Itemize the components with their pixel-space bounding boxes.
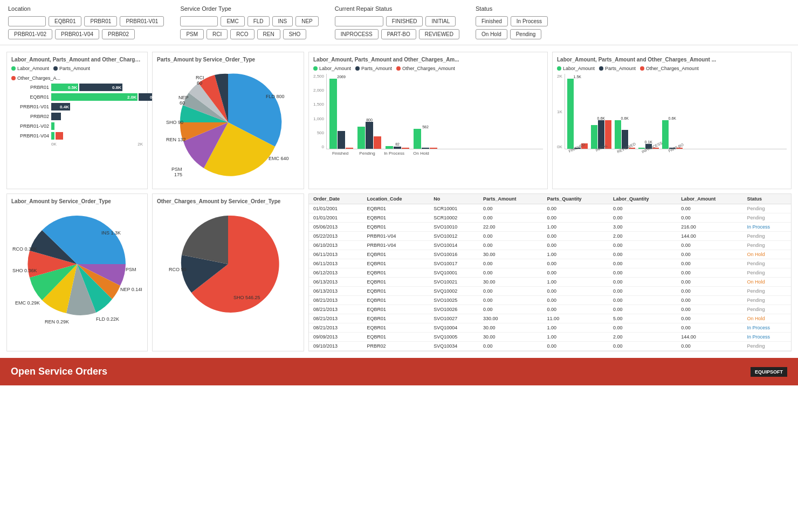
col-order-date: Order_Date xyxy=(309,194,362,204)
col-location-code: Location_Code xyxy=(362,194,429,204)
sot-btn-nep[interactable]: NEP xyxy=(295,16,319,26)
sot-btn-rci[interactable]: RCI xyxy=(207,29,228,39)
sot-row1: EMC FLD INS NEP xyxy=(180,16,318,26)
table-cell-3-6: 144.00 xyxy=(677,232,742,241)
crs-btn-partbo[interactable]: PART-BO xyxy=(381,29,416,39)
hbar-row-prbr01: PRBR01 0.5K 0.8K xyxy=(11,84,143,91)
chart4-val-initial: 0.6K xyxy=(597,116,605,120)
sot-btn-psm[interactable]: PSM xyxy=(180,29,204,39)
table-cell-13-0: 08/21/2013 xyxy=(309,323,362,333)
filter-sections: Location EQBR01 PRBR01 PRBR01-V01 PRBR01… xyxy=(8,5,790,39)
table-cell-12-6: 0.00 xyxy=(677,314,742,323)
hbar-label-prbr01v02: PRBR01-V02 xyxy=(11,123,49,129)
table-row: 06/11/2013EQBR01SVO100170.000.000.000.00… xyxy=(309,259,791,268)
crs-btn-finished[interactable]: FINISHED xyxy=(386,16,423,26)
sot-btn-sho[interactable]: SHO xyxy=(283,29,307,39)
location-input[interactable] xyxy=(8,16,46,26)
table-cell-3-3: 0.00 xyxy=(479,232,543,241)
location-btn-prbr01v04[interactable]: PRBR01-V04 xyxy=(55,29,99,39)
chart3-group-inprocess: 82 xyxy=(386,142,409,149)
current-repair-status-label: Current Repair Status xyxy=(335,5,459,12)
hbar-label-eqbr01: EQBR01 xyxy=(11,94,49,100)
status-btn-finished[interactable]: Finished xyxy=(476,16,508,26)
table-cell-14-4: 1.00 xyxy=(543,333,609,342)
chart-pie-other: Other_Charges_Amount by Service_Order_Ty… xyxy=(152,194,304,351)
hbar-bars-prbr01v01: 0.4K xyxy=(51,103,70,110)
crs-btn-initial[interactable]: INITIAL xyxy=(425,16,456,26)
hbar-label-prbr02: PRBR02 xyxy=(11,114,49,119)
chart4-title: Labor_Amount, Parts_Amount and Other_Cha… xyxy=(557,57,787,63)
location-btn-prbr02[interactable]: PRBR02 xyxy=(102,29,135,39)
sot-btn-rco[interactable]: RCO xyxy=(230,29,254,39)
chart3-y-2500: 2,500 xyxy=(313,74,324,79)
sot-btn-ren[interactable]: REN xyxy=(257,29,280,39)
chart-vbar-repair: Labor_Amount, Parts_Amount and Other_Cha… xyxy=(552,52,792,189)
table-cell-7-0: 06/12/2013 xyxy=(309,268,362,278)
chart6-title: Other_Charges_Amount by Service_Order_Ty… xyxy=(157,198,299,204)
hbar-bars-prbr01v02 xyxy=(51,122,54,130)
service-order-type-input[interactable] xyxy=(180,16,218,26)
crs-btn-inprocess[interactable]: INPROCESS xyxy=(335,29,379,39)
crs-btn-reviewed[interactable]: REVIEWED xyxy=(419,29,459,39)
table-row: 05/22/2013PRBR01-V04SVO100120.000.002.00… xyxy=(309,232,791,241)
table-cell-6-6: 0.00 xyxy=(677,259,742,268)
table-cell-0-0: 01/01/2001 xyxy=(309,204,362,213)
legend-other-dot xyxy=(11,76,16,80)
pie2-label-sho: SHO 90 xyxy=(166,120,183,125)
status-btn-pending[interactable]: Pending xyxy=(510,29,542,39)
chart3-bar-onhold-parts xyxy=(422,148,429,149)
table-cell-5-0: 06/11/2013 xyxy=(309,250,362,259)
location-btn-prbr01[interactable]: PRBR01 xyxy=(84,16,117,26)
chart-hbar-labor: Labor_Amount, Parts_Amount and Other_Cha… xyxy=(6,52,148,189)
hbar-seg-prbr01-parts: 0.8K xyxy=(79,84,122,91)
pie5-label-sho: SHO 0.36K xyxy=(12,268,37,273)
pie2-label-psm2: 175 xyxy=(174,172,182,177)
status-btn-inprocess[interactable]: In Process xyxy=(511,16,548,26)
hbar-bars-prbr02 xyxy=(51,113,61,120)
table-cell-5-7: On Hold xyxy=(742,250,791,259)
table-cell-12-2: SVO10027 xyxy=(429,314,479,323)
sot-btn-emc[interactable]: EMC xyxy=(221,16,244,26)
location-row2: PRBR01-V02 PRBR01-V04 PRBR02 xyxy=(8,29,164,39)
chart-pie-labor: Labor_Amount by Service_Order_Type xyxy=(6,194,148,351)
table-cell-8-6: 0.00 xyxy=(677,278,742,287)
table-cell-15-2: SVQ10034 xyxy=(429,342,479,351)
legend3-other: Other_Charges_Amount xyxy=(396,66,455,71)
pie2-label-rci: RCI xyxy=(196,75,204,80)
legend3-other-dot xyxy=(396,66,401,71)
location-btn-prbr01v02[interactable]: PRBR01-V02 xyxy=(8,29,52,39)
legend-other: Other_Charges_A... xyxy=(11,75,60,81)
table-cell-0-3: 0.00 xyxy=(479,204,543,213)
table-cell-4-5: 0.00 xyxy=(609,241,677,250)
table-cell-1-7: Pending xyxy=(742,213,791,223)
table-cell-15-4: 0.00 xyxy=(543,342,609,351)
location-btn-eqbr01[interactable]: EQBR01 xyxy=(49,16,81,26)
chart4-bar-initial-labor xyxy=(591,125,597,149)
table-cell-15-1: PRBR02 xyxy=(362,342,429,351)
chart4-y-1k: 1K xyxy=(557,109,562,114)
chart3-xlabel-onhold: On Hold xyxy=(410,151,432,156)
table-cell-9-7: Pending xyxy=(742,287,791,296)
table-row: 06/13/2013EQBR01SVQ100020.000.000.000.00… xyxy=(309,287,791,296)
chart4-bars-area: 1.5K 0.6K xyxy=(565,74,787,160)
table-cell-1-1: EQBR01 xyxy=(362,213,429,223)
chart3-group-pending-bars xyxy=(357,122,381,149)
chart3-group-finished-bars xyxy=(329,79,353,149)
legend4-other-label: Other_Charges_Amount xyxy=(646,66,699,71)
legend3-labor: Labor_Amount xyxy=(313,66,351,71)
current-repair-status-filter: Current Repair Status FINISHED INITIAL I… xyxy=(335,5,459,39)
table-scroll-area[interactable]: Order_Date Location_Code No Parts_Amount… xyxy=(309,194,791,351)
pie2-label-emc: EMC 640 xyxy=(269,156,289,161)
pie5-label-psm: PSM xyxy=(126,267,136,272)
sot-btn-ins[interactable]: INS xyxy=(272,16,293,26)
current-repair-status-input[interactable] xyxy=(335,16,383,26)
location-btn-prbr01v01[interactable]: PRBR01-V01 xyxy=(120,16,164,26)
sot-btn-fld[interactable]: FLD xyxy=(247,16,270,26)
chart2-svg: FLD 800 EMC 640 PSM 175 REN 132 SHO 90 N… xyxy=(163,66,293,184)
table-cell-9-0: 06/13/2013 xyxy=(309,287,362,296)
table-cell-10-6: 0.00 xyxy=(677,296,742,305)
legend-parts-label: Parts_Amount xyxy=(59,66,90,71)
chart3-bar-pending-labor xyxy=(357,127,365,149)
status-btn-onhold[interactable]: On Hold xyxy=(476,29,507,39)
chart4-y-2k: 2K xyxy=(557,74,562,79)
